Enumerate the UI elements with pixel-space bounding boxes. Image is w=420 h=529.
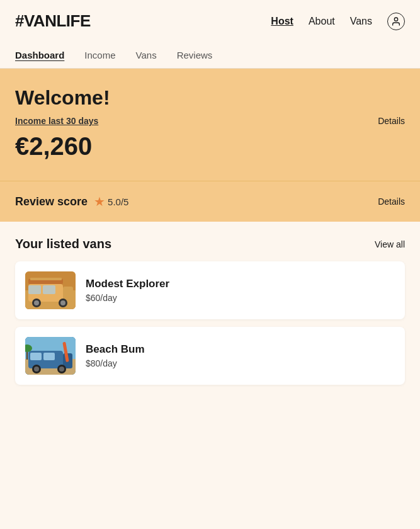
subnav-income[interactable]: Income [84, 50, 115, 60]
user-icon[interactable] [387, 13, 405, 30]
subnav-reviews[interactable]: Reviews [177, 50, 213, 60]
vans-header: Your listed vans View all [15, 237, 405, 251]
welcome-title: Welcome! [15, 86, 405, 110]
review-left: Review score ★ 5.0/5 [15, 194, 128, 209]
svg-rect-12 [30, 278, 62, 280]
svg-point-8 [34, 300, 39, 305]
van-price-modest-explorer: $60/day [86, 293, 169, 303]
van-info-modest-explorer: Modest Explorer $60/day [86, 278, 169, 303]
star-score: ★ 5.0/5 [94, 194, 128, 209]
star-icon: ★ [94, 194, 105, 209]
review-title: Review score [15, 195, 88, 208]
income-label: Income last 30 days [15, 116, 98, 126]
svg-rect-4 [28, 285, 41, 294]
svg-point-0 [394, 18, 397, 21]
van-info-beach-bum: Beach Bum $80/day [86, 343, 145, 368]
subnav-vans[interactable]: Vans [136, 50, 157, 60]
nav-link-host[interactable]: Host [271, 16, 293, 27]
van-name-modest-explorer: Modest Explorer [86, 278, 169, 290]
van-image-beach-bum [25, 337, 76, 375]
van-card-beach-bum[interactable]: Beach Bum $80/day [15, 327, 405, 385]
view-all-link[interactable]: View all [375, 239, 405, 249]
income-details-link[interactable]: Details [378, 116, 405, 126]
income-text-static: Income last [15, 116, 66, 126]
nav-link-about[interactable]: About [309, 16, 335, 27]
vans-section-title: Your listed vans [15, 237, 111, 251]
income-amount: €2,260 [15, 132, 405, 161]
nav-links: Host About Vans [271, 13, 405, 30]
income-period[interactable]: 30 days [66, 116, 98, 126]
van-price-beach-bum: $80/day [86, 358, 145, 368]
logo: #VANLIFE [15, 11, 91, 31]
nav-link-vans[interactable]: Vans [350, 16, 372, 27]
van-thumb-modest-explorer [25, 271, 76, 309]
van-thumb-beach-bum [25, 337, 76, 375]
subnav-dashboard[interactable]: Dashboard [15, 50, 64, 60]
van-image-modest-explorer [25, 271, 76, 309]
svg-point-21 [34, 367, 39, 372]
vans-section: Your listed vans View all [0, 222, 420, 385]
van-card-modest-explorer[interactable]: Modest Explorer $60/day [15, 261, 405, 319]
svg-rect-18 [43, 353, 55, 360]
svg-point-23 [59, 367, 64, 372]
svg-rect-17 [30, 353, 42, 360]
review-score: 5.0/5 [108, 196, 128, 207]
review-section: Review score ★ 5.0/5 Details [0, 181, 420, 222]
review-details-link[interactable]: Details [378, 196, 405, 207]
welcome-section: Welcome! Income last 30 days Details €2,… [0, 69, 420, 181]
svg-point-10 [60, 300, 65, 305]
svg-rect-5 [43, 285, 55, 294]
van-name-beach-bum: Beach Bum [86, 343, 145, 356]
top-nav: #VANLIFE Host About Vans [0, 0, 420, 42]
income-row: Income last 30 days Details [15, 116, 405, 126]
sub-nav: Dashboard Income Vans Reviews [0, 42, 420, 69]
